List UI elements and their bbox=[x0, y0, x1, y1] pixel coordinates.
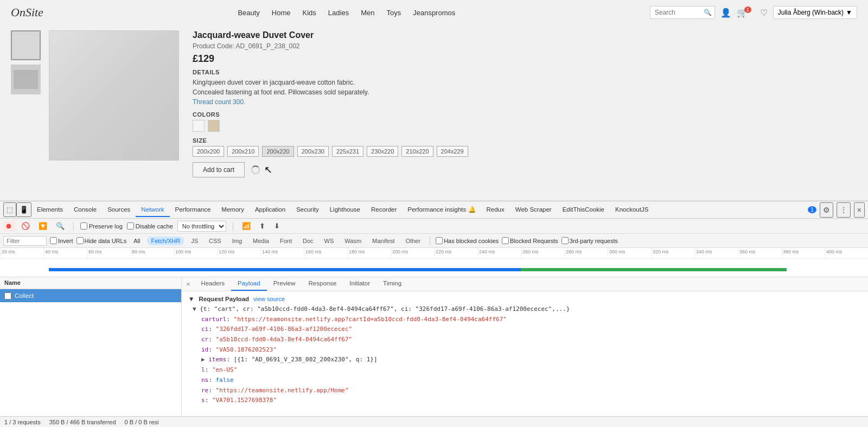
detail-tab-payload[interactable]: Payload bbox=[231, 277, 267, 291]
filter-other[interactable]: Other bbox=[402, 237, 425, 245]
settings-icon[interactable]: ⚙ bbox=[820, 202, 833, 218]
filter-wasm[interactable]: Wasm bbox=[341, 237, 365, 245]
nav-kids[interactable]: Kids bbox=[303, 9, 316, 17]
detail-tab-initiator[interactable]: Initiator bbox=[343, 277, 376, 291]
nav-ladies[interactable]: Ladies bbox=[328, 9, 349, 17]
more-options-icon[interactable]: ⋮ bbox=[837, 202, 851, 218]
tab-performance-insights[interactable]: Performance insights 🔔 bbox=[402, 202, 481, 218]
tab-elements[interactable]: Elements bbox=[31, 203, 68, 217]
inspect-element-icon[interactable]: ⬚ bbox=[3, 202, 16, 217]
add-to-cart-button[interactable]: Add to cart bbox=[193, 162, 245, 177]
size-200x230[interactable]: 200x230 bbox=[297, 146, 329, 157]
export-har-button[interactable]: ⬇ bbox=[272, 221, 282, 231]
filter-fetch-xhr[interactable]: Fetch/XHR bbox=[147, 237, 184, 245]
preserve-log-label[interactable]: Preserve log bbox=[80, 222, 123, 230]
network-main: Name Collect × Headers Payload Preview R… bbox=[0, 277, 868, 416]
disable-cache-label[interactable]: Disable cache bbox=[127, 222, 173, 230]
filter-js[interactable]: JS bbox=[187, 237, 202, 245]
clear-button[interactable]: 🚫 bbox=[19, 221, 32, 231]
third-party-checkbox[interactable] bbox=[561, 237, 569, 244]
cart-icon[interactable]: 🛒1 bbox=[737, 8, 755, 18]
filter-font[interactable]: Font bbox=[276, 237, 296, 245]
thumbnail-2[interactable] bbox=[11, 65, 41, 94]
dropdown-arrow-icon: ▼ bbox=[846, 9, 852, 16]
detail-tab-preview[interactable]: Preview bbox=[267, 277, 302, 291]
thread-count-link[interactable]: Thread count 300. bbox=[193, 98, 245, 106]
tab-redux[interactable]: Redux bbox=[481, 203, 510, 217]
nav-beauty[interactable]: Beauty bbox=[238, 9, 259, 17]
detail-panel: × Headers Payload Preview Response Initi… bbox=[182, 277, 868, 416]
hide-data-urls-label[interactable]: Hide data URLs bbox=[76, 237, 127, 244]
import-har-button[interactable]: ⬆ bbox=[257, 221, 267, 231]
tab-lighthouse[interactable]: Lighthouse bbox=[324, 203, 366, 217]
thumbnail-1[interactable] bbox=[11, 30, 41, 60]
tick-260ms: 260 ms bbox=[521, 248, 564, 258]
tab-security[interactable]: Security bbox=[291, 203, 324, 217]
nav-toys[interactable]: Toys bbox=[386, 9, 401, 17]
tab-knockoutjs[interactable]: KnockoutJS bbox=[610, 203, 654, 217]
filter-button[interactable]: 🔽 bbox=[36, 221, 49, 231]
collect-checkbox[interactable] bbox=[4, 292, 11, 299]
filter-img[interactable]: Img bbox=[228, 237, 246, 245]
device-mode-icon[interactable]: 📱 bbox=[16, 202, 31, 217]
size-204x229[interactable]: 204x229 bbox=[437, 146, 468, 157]
invert-label[interactable]: Invert bbox=[50, 237, 73, 244]
record-button[interactable]: ⏺ bbox=[3, 221, 15, 231]
throttle-select[interactable]: No throttling bbox=[177, 221, 226, 232]
nav-men[interactable]: Men bbox=[361, 9, 374, 17]
blocked-requests-checkbox[interactable] bbox=[502, 237, 509, 244]
tab-console[interactable]: Console bbox=[68, 203, 102, 217]
collect-row[interactable]: Collect bbox=[0, 289, 181, 302]
tick-320ms: 320 ms bbox=[651, 248, 694, 258]
tab-edit-this-cookie[interactable]: EditThisCookie bbox=[557, 203, 610, 217]
detail-tab-timing[interactable]: Timing bbox=[376, 277, 408, 291]
size-200x210[interactable]: 200x210 bbox=[227, 146, 259, 157]
color-swatch-beige[interactable] bbox=[208, 120, 220, 132]
filter-css[interactable]: CSS bbox=[205, 237, 225, 245]
size-230x220[interactable]: 230x220 bbox=[367, 146, 398, 157]
badge-count: 1 bbox=[808, 206, 816, 213]
color-swatch-white[interactable] bbox=[193, 120, 205, 132]
search-button[interactable]: 🔍 bbox=[54, 221, 67, 231]
blocked-requests-label[interactable]: Blocked Requests bbox=[502, 237, 558, 244]
filter-manifest[interactable]: Manifest bbox=[368, 237, 399, 245]
third-party-label[interactable]: 3rd-party requests bbox=[561, 237, 618, 244]
tab-recorder[interactable]: Recorder bbox=[366, 203, 402, 217]
filter-doc[interactable]: Doc bbox=[299, 237, 317, 245]
nav-home[interactable]: Home bbox=[272, 9, 291, 17]
wifi-icon[interactable]: 📶 bbox=[240, 221, 253, 231]
tick-200ms: 200 ms bbox=[391, 248, 434, 258]
size-225x231[interactable]: 225x231 bbox=[332, 146, 363, 157]
size-200x200[interactable]: 200x200 bbox=[193, 146, 224, 157]
main-product-image bbox=[49, 30, 179, 161]
disable-cache-checkbox[interactable] bbox=[127, 222, 134, 230]
has-blocked-cookies-label[interactable]: Has blocked cookies bbox=[436, 237, 499, 244]
preserve-log-checkbox[interactable] bbox=[80, 222, 87, 230]
size-200x220[interactable]: 200x220 bbox=[262, 146, 293, 157]
size-210x220[interactable]: 210x220 bbox=[401, 146, 433, 157]
hide-data-urls-checkbox[interactable] bbox=[76, 237, 84, 244]
view-source-link[interactable]: view source bbox=[253, 296, 285, 302]
tab-web-scraper[interactable]: Web Scraper bbox=[510, 203, 557, 217]
user-dropdown[interactable]: Julia Åberg (Win-back) ▼ bbox=[773, 6, 857, 19]
tab-application[interactable]: Application bbox=[250, 203, 291, 217]
devtools-panel: ⬚ 📱 Elements Console Sources Network Per… bbox=[0, 201, 868, 427]
filter-all[interactable]: All bbox=[130, 237, 144, 245]
tab-sources[interactable]: Sources bbox=[102, 203, 136, 217]
detail-tab-headers[interactable]: Headers bbox=[195, 277, 231, 291]
invert-checkbox[interactable] bbox=[50, 237, 57, 244]
wishlist-icon[interactable]: ♡ bbox=[760, 8, 768, 18]
detail-tab-response[interactable]: Response bbox=[302, 277, 343, 291]
close-devtools-icon[interactable]: × bbox=[854, 202, 865, 218]
filter-media[interactable]: Media bbox=[249, 237, 273, 245]
color-swatches bbox=[193, 120, 857, 132]
product-price: £129 bbox=[193, 53, 857, 65]
filter-input[interactable] bbox=[3, 236, 47, 246]
tab-memory[interactable]: Memory bbox=[216, 203, 250, 217]
filter-ws[interactable]: WS bbox=[321, 237, 338, 245]
tab-network[interactable]: Network bbox=[136, 203, 169, 217]
has-blocked-cookies-checkbox[interactable] bbox=[436, 237, 443, 244]
nav-jeanspromos[interactable]: Jeanspromos bbox=[413, 9, 455, 17]
tab-performance[interactable]: Performance bbox=[170, 203, 216, 217]
close-detail-icon[interactable]: × bbox=[182, 277, 195, 291]
